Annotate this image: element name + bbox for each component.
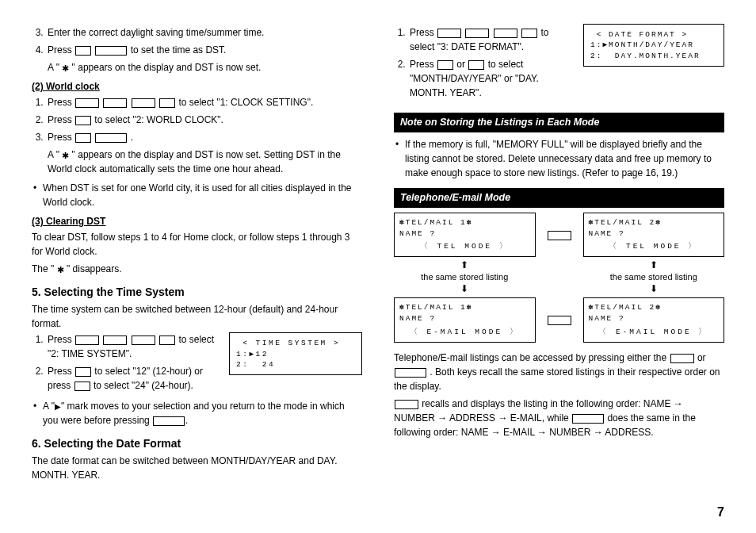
key-icon (75, 133, 91, 143)
key-icon (468, 60, 484, 70)
note-storing-list: If the memory is full, "MEMORY FULL" wil… (394, 137, 724, 180)
lcd-email-2: ✽TEL/MAIL 2✽ NAME ? 〈 E-MAIL MODE 〉 (583, 297, 725, 343)
mid-key (547, 313, 572, 327)
time-system-lcd: < TIME SYSTEM > 1:▶12 2: 24 (229, 332, 362, 375)
text: A " (48, 62, 62, 73)
key-icon (103, 98, 127, 108)
key-icon (395, 400, 418, 409)
key-icon (95, 133, 127, 143)
arrow-icon: → (674, 398, 683, 409)
key-icon (159, 336, 175, 345)
text: . Both keys recall the same stored listi… (394, 366, 720, 392)
down-arrow-icon: ⬇ (583, 284, 725, 294)
key-icon (159, 98, 175, 108)
text: A " (43, 401, 55, 412)
text: or (456, 59, 468, 70)
text: NUMBER (549, 427, 593, 438)
lcd-line: 〈 E-MAIL MODE 〉 (589, 327, 720, 338)
lcd-tel-1: ✽TEL/MAIL 1✽ NAME ? 〈 TEL MODE 〉 (394, 213, 536, 258)
text: recalls and displays the listing in the … (422, 398, 673, 409)
key-icon (103, 336, 127, 345)
wc-notes: When DST is set for one World city, it i… (32, 181, 362, 209)
text: E-MAIL (503, 427, 537, 438)
text: to select "1: CLOCK SETTING". (178, 97, 313, 108)
text: Telephone/E-mail listings can be accesse… (394, 352, 670, 363)
sun-icon: ✱ (62, 63, 69, 73)
lcd-line: ✽TEL/MAIL 1✽ (399, 217, 530, 228)
page-number: 7 (717, 503, 724, 522)
text: . (131, 132, 133, 143)
text: NUMBER (394, 412, 437, 424)
wc-step-3-sub: A " ✱ " appears on the display and DST i… (48, 148, 362, 176)
key-icon (548, 316, 571, 325)
df-step-2: Press or to select "MONTH/DAY/YEAR" or "… (408, 57, 571, 100)
text: A " (48, 149, 62, 160)
text: The " (32, 263, 57, 274)
lcd-tel-2: ✽TEL/MAIL 2✽ NAME ? 〈 TEL MODE 〉 (583, 213, 725, 258)
lcd-line: ✽TEL/MAIL 2✽ (589, 302, 720, 313)
key-icon (75, 98, 99, 108)
time-system-heading: 5. Selecting the Time System (32, 284, 362, 301)
text: Press (410, 59, 437, 70)
arrow-icon: → (437, 412, 447, 424)
text: " disappears. (64, 263, 122, 274)
step-4-sub: A " ✱ " appears on the display and DST i… (48, 60, 362, 75)
wc-step-1: Press to select "1: CLOCK SETTING". (46, 95, 362, 109)
left-column: Enter the correct daylight saving time/s… (32, 24, 362, 482)
date-format-steps: Press to select "3: DATE FORMAT". Press … (394, 25, 571, 100)
text: or (697, 352, 706, 363)
arrow-icon: → (491, 427, 501, 438)
clearing-dst-p2: The " ✱ " disappears. (32, 262, 362, 276)
lcd-line: NAME ? (399, 313, 530, 324)
key-icon (521, 29, 537, 38)
tel-email-bar: Telephone/E-mail Mode (394, 188, 724, 208)
clearing-dst-p1: To clear DST, follow steps 1 to 4 for Ho… (32, 230, 362, 259)
caption: the same stored listing (394, 270, 536, 284)
same-right: ⬆ the same stored listing ⬇ (583, 260, 725, 294)
dst-steps: Enter the correct daylight saving time/s… (32, 25, 362, 75)
key-icon (132, 98, 155, 108)
key-icon (74, 382, 90, 391)
same-left: ⬆ the same stored listing ⬇ (394, 260, 536, 294)
step-3: Enter the correct daylight saving time/s… (46, 25, 362, 40)
text: Press (410, 27, 437, 38)
df-step-1: Press to select "3: DATE FORMAT". (408, 25, 571, 54)
text: to set the time as DST. (131, 44, 227, 56)
key-icon (437, 60, 453, 70)
caption: the same stored listing (583, 270, 725, 284)
up-arrow-icon: ⬆ (394, 260, 536, 270)
key-icon (75, 46, 91, 56)
date-format-lcd: < DATE FORMAT > 1:▶MONTH/DAY/YEAR 2: DAY… (583, 24, 724, 67)
lcd-line: NAME ? (399, 228, 530, 240)
arrow-icon: → (498, 412, 507, 424)
lcd-line: 〈 TEL MODE 〉 (589, 241, 720, 252)
arrow-icon: → (594, 427, 603, 438)
key-icon (395, 368, 426, 378)
arrow-icon: → (537, 427, 547, 438)
note-storing-bar: Note on Storing the Listings in Each Mod… (394, 113, 724, 132)
text: Press (48, 334, 74, 345)
text: E-MAIL, while (510, 412, 571, 424)
note-storing-item: If the memory is full, "MEMORY FULL" wil… (394, 137, 724, 180)
down-arrow-icon: ⬇ (394, 284, 536, 294)
text: " appears on the display and DST is now … (48, 149, 341, 174)
lcd-line: 〈 E-MAIL MODE 〉 (399, 327, 530, 338)
up-arrow-icon: ⬆ (583, 260, 725, 270)
text: " appears on the display and DST is now … (69, 62, 261, 73)
text: Press (48, 114, 74, 125)
key-icon (153, 416, 185, 426)
sun-icon: ✱ (62, 151, 69, 160)
lcd-email-1: ✽TEL/MAIL 1✽ NAME ? 〈 E-MAIL MODE 〉 (394, 297, 536, 343)
text: ADDRESS (449, 412, 498, 424)
text: Press (48, 132, 74, 143)
ts-note: A "▶" mark moves to your selection and y… (32, 399, 362, 428)
lcd-line: ✽TEL/MAIL 1✽ (399, 302, 530, 313)
text: Press (48, 97, 74, 108)
text: to select "24" (24-hour). (94, 380, 193, 391)
key-icon (465, 29, 489, 38)
key-icon (75, 336, 99, 345)
wc-step-3: Press . A " ✱ " appears on the display a… (46, 130, 362, 176)
triangle-icon: ▶ (55, 402, 61, 411)
world-clock-heading: (2) World clock (32, 79, 362, 94)
tel-p2: recalls and displays the listing in the … (394, 397, 724, 439)
